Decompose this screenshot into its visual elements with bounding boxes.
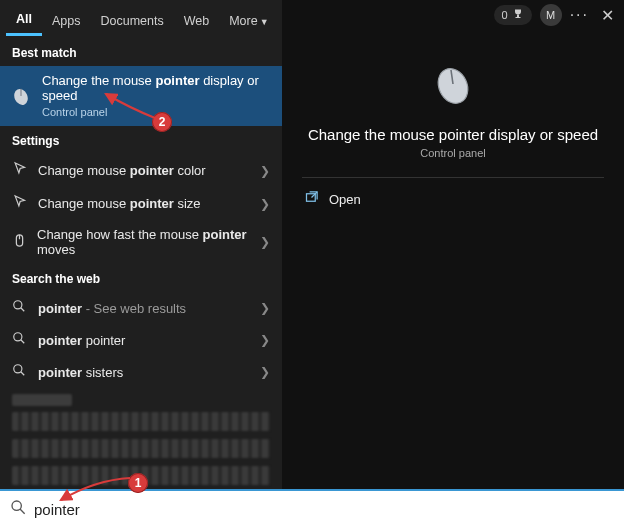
- settings-item-speed[interactable]: Change how fast the mouse pointer moves …: [0, 220, 282, 264]
- user-avatar[interactable]: M: [540, 4, 562, 26]
- svg-rect-9: [517, 15, 519, 18]
- more-options-button[interactable]: ···: [570, 6, 589, 24]
- search-input[interactable]: [34, 501, 614, 518]
- chevron-right-icon: ❯: [260, 301, 270, 315]
- svg-line-4: [21, 308, 25, 312]
- detail-title: Change the mouse pointer display or spee…: [288, 126, 618, 143]
- redacted-item: [12, 412, 270, 431]
- svg-line-15: [20, 509, 25, 514]
- settings-item-color[interactable]: Change mouse pointer color ❯: [0, 154, 282, 187]
- svg-rect-10: [515, 17, 520, 18]
- web-item-label: pointer sisters: [38, 365, 123, 380]
- chevron-right-icon: ❯: [260, 164, 270, 178]
- annotation-callout-1: 1: [128, 473, 148, 493]
- chevron-right-icon: ❯: [260, 365, 270, 379]
- close-button[interactable]: ✕: [597, 6, 618, 25]
- svg-line-8: [21, 372, 25, 376]
- mouse-icon: [10, 84, 32, 108]
- pointer-icon: [12, 161, 28, 180]
- mouse-icon: [429, 60, 477, 112]
- detail-subtitle: Control panel: [420, 147, 485, 159]
- tab-documents[interactable]: Documents: [90, 4, 173, 35]
- search-bar[interactable]: [0, 489, 624, 527]
- web-item[interactable]: pointer - See web results ❯: [0, 292, 282, 324]
- tab-more[interactable]: More▼: [219, 4, 278, 35]
- open-action[interactable]: Open: [282, 178, 383, 221]
- chevron-right-icon: ❯: [260, 235, 270, 249]
- best-match-title: Change the mouse pointer display or spee…: [42, 74, 272, 104]
- search-tabs: All Apps Documents Web More▼: [0, 0, 282, 38]
- trophy-icon: [512, 8, 524, 22]
- web-item[interactable]: pointer sisters ❯: [0, 356, 282, 388]
- web-item-label: pointer - See web results: [38, 301, 186, 316]
- tab-all[interactable]: All: [6, 2, 42, 36]
- settings-item-label: Change how fast the mouse pointer moves: [37, 227, 260, 257]
- section-best-match: Best match: [0, 38, 282, 66]
- chevron-right-icon: ❯: [260, 333, 270, 347]
- rewards-pill[interactable]: 0: [494, 5, 532, 25]
- annotation-callout-2: 2: [152, 112, 172, 132]
- tab-web[interactable]: Web: [174, 4, 219, 35]
- settings-item-label: Change mouse pointer size: [38, 196, 201, 211]
- svg-point-3: [14, 301, 22, 309]
- settings-item-label: Change mouse pointer color: [38, 163, 206, 178]
- svg-point-14: [12, 501, 21, 510]
- mouse-icon: [12, 233, 27, 252]
- redacted-item: [12, 439, 270, 458]
- pointer-icon: [12, 194, 28, 213]
- section-settings: Settings: [0, 126, 282, 154]
- rewards-count: 0: [502, 9, 508, 21]
- search-icon: [12, 363, 28, 381]
- tab-apps[interactable]: Apps: [42, 4, 91, 35]
- chevron-right-icon: ❯: [260, 197, 270, 211]
- search-icon: [12, 299, 28, 317]
- web-item-label: pointer pointer: [38, 333, 125, 348]
- web-item[interactable]: pointer pointer ❯: [0, 324, 282, 356]
- svg-point-7: [14, 365, 22, 373]
- open-icon: [304, 190, 319, 209]
- detail-panel: 0 M ··· ✕ Change the mouse pointer displ…: [282, 0, 624, 489]
- open-label: Open: [329, 192, 361, 207]
- search-icon: [12, 331, 28, 349]
- svg-point-5: [14, 333, 22, 341]
- search-icon: [10, 499, 26, 519]
- redacted-section-label: [12, 394, 72, 405]
- section-web: Search the web: [0, 264, 282, 292]
- best-match-result[interactable]: Change the mouse pointer display or spee…: [0, 66, 282, 126]
- results-panel: All Apps Documents Web More▼ Best match …: [0, 0, 282, 489]
- svg-line-6: [21, 340, 25, 344]
- settings-item-size[interactable]: Change mouse pointer size ❯: [0, 187, 282, 220]
